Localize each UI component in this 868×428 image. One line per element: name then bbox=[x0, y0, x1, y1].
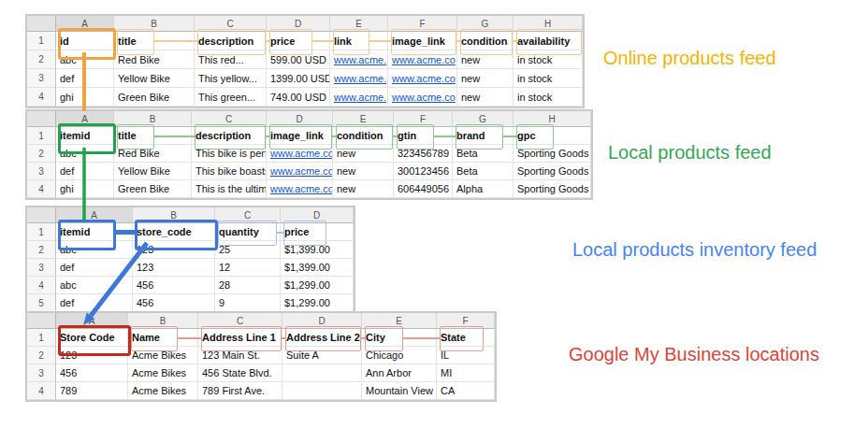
header-cell-quantity[interactable]: quantity bbox=[215, 223, 281, 241]
cell[interactable]: 456 bbox=[56, 364, 128, 382]
row-number[interactable]: 3 bbox=[27, 259, 56, 277]
cell[interactable]: Green Bike bbox=[114, 88, 195, 107]
row-number[interactable]: 2 bbox=[27, 241, 56, 259]
cell[interactable]: abc bbox=[56, 50, 114, 69]
cell[interactable]: This yellow... bbox=[195, 69, 267, 88]
header-cell-condition[interactable]: condition bbox=[457, 32, 514, 50]
cell[interactable]: This green... bbox=[195, 88, 267, 107]
link-cell[interactable]: www.acme.co bbox=[267, 180, 333, 198]
cell[interactable]: new bbox=[457, 69, 514, 88]
header-cell-condition[interactable]: condition bbox=[333, 127, 394, 145]
header-cell-store-code[interactable]: store_code bbox=[133, 223, 215, 241]
header-cell-price[interactable]: price bbox=[281, 223, 354, 241]
cell[interactable]: $1,399.00 bbox=[281, 241, 354, 259]
column-letter-C[interactable]: C bbox=[195, 16, 267, 32]
column-letter-C[interactable]: C bbox=[215, 207, 281, 223]
column-letter-G[interactable]: G bbox=[457, 16, 514, 32]
cell[interactable]: new bbox=[457, 88, 514, 107]
column-letter-D[interactable]: D bbox=[282, 313, 362, 329]
column-letter-A[interactable]: A bbox=[56, 16, 114, 32]
cell[interactable]: 323456789 bbox=[394, 145, 453, 163]
cell[interactable]: 12 bbox=[215, 259, 281, 277]
cell[interactable]: new bbox=[457, 50, 514, 69]
column-letter-D[interactable]: D bbox=[267, 16, 330, 32]
cell[interactable]: ghi bbox=[56, 88, 114, 107]
column-letter-F[interactable]: F bbox=[437, 313, 495, 329]
row-number[interactable]: 4 bbox=[27, 277, 56, 294]
cell[interactable]: in stock bbox=[514, 50, 583, 69]
cell[interactable]: 789 bbox=[56, 382, 128, 400]
cell[interactable]: Mountain View bbox=[362, 382, 437, 400]
cell[interactable]: Yellow Bike bbox=[114, 163, 192, 180]
cell[interactable]: $1,299.00 bbox=[281, 294, 354, 312]
header-cell-name[interactable]: Name bbox=[128, 329, 198, 347]
row-number[interactable]: 5 bbox=[27, 294, 56, 312]
column-letter-E[interactable]: E bbox=[333, 111, 394, 127]
row-number[interactable]: 3 bbox=[27, 364, 56, 382]
header-cell-availability[interactable]: availability bbox=[514, 32, 583, 50]
cell[interactable]: Ann Arbor bbox=[362, 364, 437, 382]
column-letter-E[interactable]: E bbox=[362, 313, 437, 329]
row-number[interactable]: 4 bbox=[27, 180, 56, 198]
cell[interactable]: Sporting Goods bbox=[514, 180, 591, 198]
row-number[interactable]: 4 bbox=[27, 382, 56, 400]
column-letter-C[interactable]: C bbox=[192, 111, 267, 127]
cell[interactable]: Sporting Goods bbox=[514, 145, 591, 163]
link-cell[interactable]: www.acme.co bbox=[267, 163, 333, 180]
cell[interactable]: 749.00 USD bbox=[267, 88, 330, 107]
header-cell-price[interactable]: price bbox=[267, 32, 330, 50]
row-number[interactable]: 1 bbox=[27, 223, 56, 241]
cell[interactable]: def bbox=[56, 259, 133, 277]
row-number[interactable]: 3 bbox=[27, 69, 56, 88]
cell[interactable]: 123 bbox=[56, 347, 128, 364]
cell[interactable]: def bbox=[56, 163, 114, 180]
cell[interactable]: Alpha bbox=[453, 180, 514, 198]
cell[interactable]: Acme Bikes bbox=[128, 347, 198, 364]
cell[interactable]: Red Bike bbox=[114, 145, 192, 163]
column-letter-E[interactable]: E bbox=[330, 16, 388, 32]
cell[interactable]: Acme Bikes bbox=[128, 382, 198, 400]
column-letter-A[interactable]: A bbox=[56, 207, 133, 223]
header-cell-id[interactable]: id bbox=[56, 32, 114, 50]
cell[interactable]: 789 First Ave. bbox=[198, 382, 282, 400]
column-letter-D[interactable]: D bbox=[281, 207, 354, 223]
cell[interactable]: 456 State Blvd. bbox=[198, 364, 282, 382]
column-letter-G[interactable]: G bbox=[453, 111, 514, 127]
row-number[interactable]: 4 bbox=[27, 88, 56, 107]
cell[interactable]: $1,399.00 bbox=[281, 259, 354, 277]
column-letter-C[interactable]: C bbox=[198, 313, 282, 329]
header-cell-image-link[interactable]: image_link bbox=[267, 127, 333, 145]
header-cell-address-line-2[interactable]: Address Line 2 bbox=[282, 329, 362, 347]
cell[interactable]: abc bbox=[56, 241, 133, 259]
column-letter-A[interactable]: A bbox=[56, 313, 128, 329]
cell[interactable]: 25 bbox=[215, 241, 281, 259]
row-number[interactable]: 2 bbox=[27, 145, 56, 163]
cell[interactable]: def bbox=[56, 69, 114, 88]
header-cell-gpc[interactable]: gpc bbox=[514, 127, 591, 145]
cell[interactable]: ghi bbox=[56, 180, 114, 198]
column-letter-B[interactable]: B bbox=[114, 16, 195, 32]
cell[interactable]: new bbox=[333, 180, 394, 198]
link-cell[interactable]: www.acme. bbox=[330, 50, 388, 69]
cell[interactable]: $1,299.00 bbox=[281, 277, 354, 294]
cell[interactable]: 606449056 bbox=[394, 180, 453, 198]
link-cell[interactable]: www.acme. bbox=[330, 69, 388, 88]
cell[interactable]: This bike is perfe bbox=[192, 145, 267, 163]
cell[interactable] bbox=[282, 382, 362, 400]
cell[interactable]: 300123456 bbox=[394, 163, 453, 180]
cell[interactable]: new bbox=[333, 163, 394, 180]
cell[interactable]: 1399.00 USD bbox=[267, 69, 330, 88]
link-cell[interactable]: www.acme.co bbox=[388, 88, 457, 107]
header-cell-description[interactable]: description bbox=[195, 32, 267, 50]
cell[interactable]: abc bbox=[56, 277, 133, 294]
column-letter-F[interactable]: F bbox=[388, 16, 457, 32]
header-cell-brand[interactable]: brand bbox=[453, 127, 514, 145]
row-number[interactable]: 1 bbox=[27, 127, 56, 145]
cell[interactable]: CA bbox=[437, 382, 495, 400]
cell[interactable]: IL bbox=[437, 347, 495, 364]
header-cell-link[interactable]: link bbox=[330, 32, 388, 50]
cell[interactable]: Sporting Goods bbox=[514, 163, 591, 180]
header-cell-city[interactable]: City bbox=[362, 329, 437, 347]
cell[interactable]: Yellow Bike bbox=[114, 69, 195, 88]
row-number[interactable]: 1 bbox=[27, 329, 56, 347]
